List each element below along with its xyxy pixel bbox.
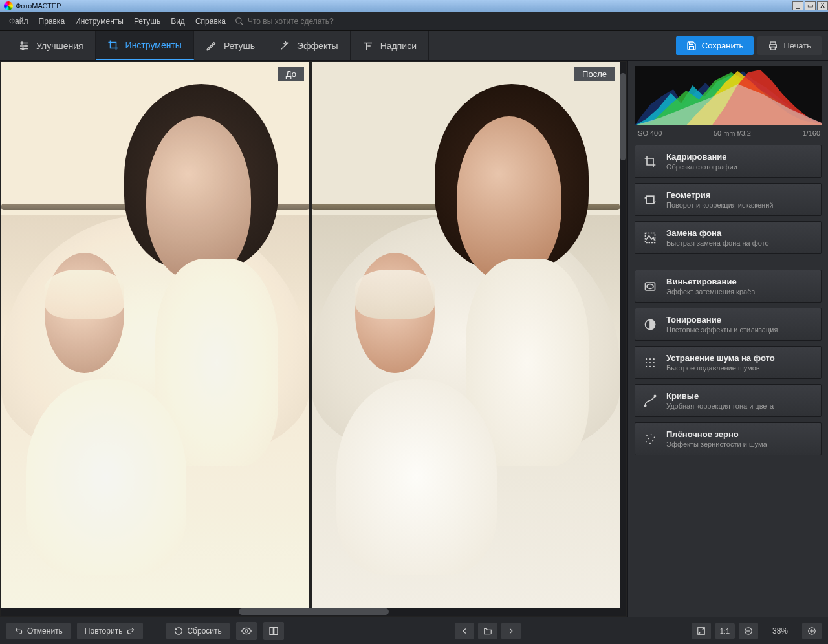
tab-label: Эффекты (297, 41, 338, 51)
tool-grain[interactable]: Плёночное зерноЭффекты зернистости и шум… (635, 422, 822, 455)
redo-button[interactable]: Повторить (77, 623, 144, 639)
svg-point-37 (646, 441, 647, 442)
meta-lens: 50 mm f/3.2 (714, 129, 751, 137)
tab-label: Инструменты (125, 40, 182, 50)
window-maximize-button[interactable]: ▭ (805, 1, 816, 10)
tab-tools[interactable]: Инструменты (96, 31, 194, 60)
open-folder-button[interactable] (478, 623, 497, 639)
menu-file[interactable]: Файл (4, 14, 34, 28)
svg-point-35 (648, 438, 649, 439)
tool-vignette[interactable]: ВиньетированиеЭффект затемнения краёв (635, 270, 822, 303)
menu-edit[interactable]: Правка (34, 14, 71, 28)
tool-title: Тонирование (666, 315, 778, 325)
main-area: До После (0, 61, 828, 617)
plus-icon (807, 627, 816, 636)
tabbar: Улучшения Инструменты Ретушь Эффекты Над… (0, 31, 828, 61)
crop-icon (643, 155, 657, 169)
compare-toggle-button[interactable] (263, 622, 284, 640)
actual-size-label: 1:1 (720, 627, 730, 635)
fit-screen-button[interactable] (692, 623, 711, 639)
compare-icon (268, 626, 279, 636)
undo-icon (14, 627, 23, 636)
svg-point-36 (652, 440, 653, 441)
tool-crop[interactable]: КадрированиеОбрезка фотографии (635, 145, 822, 178)
minus-icon (744, 627, 753, 636)
redo-icon (126, 627, 135, 636)
tab-retouch[interactable]: Ретушь (194, 31, 267, 60)
tool-toning[interactable]: ТонированиеЦветовые эффекты и стилизация (635, 308, 822, 341)
before-pane[interactable]: До (1, 62, 309, 608)
grain-icon (643, 432, 657, 446)
svg-line-1 (241, 22, 243, 25)
tool-title: Плёночное зерно (666, 429, 767, 439)
wand-icon (279, 40, 290, 52)
tool-title: Кадрирование (666, 152, 737, 162)
window-close-button[interactable]: X (817, 1, 828, 10)
menu-view[interactable]: Вид (166, 14, 190, 28)
bottombar: Отменить Повторить Сбросить 1:1 38% (0, 617, 828, 644)
svg-rect-17 (646, 196, 654, 204)
tab-effects[interactable]: Эффекты (267, 31, 351, 60)
svg-point-23 (653, 358, 655, 360)
window-minimize-button[interactable]: _ (792, 1, 803, 10)
after-pane[interactable]: После (312, 62, 620, 608)
toning-icon (643, 317, 657, 332)
svg-point-21 (646, 358, 647, 360)
undo-button[interactable]: Отменить (6, 623, 71, 639)
svg-point-32 (646, 435, 648, 436)
meta-iso: ISO 400 (636, 129, 662, 137)
svg-point-34 (654, 436, 655, 438)
tool-desc: Эффекты зернистости и шума (666, 440, 767, 448)
next-button[interactable] (501, 623, 521, 639)
right-panel: ISO 400 50 mm f/3.2 1/160 КадрированиеОб… (627, 61, 828, 617)
photo-metadata: ISO 400 50 mm f/3.2 1/160 (628, 128, 828, 145)
tool-title: Кривые (666, 391, 774, 401)
crop-icon (107, 39, 119, 51)
sliders-icon (18, 40, 30, 52)
tool-curves[interactable]: КривыеУдобная коррекция тона и цвета (635, 384, 822, 417)
tool-desc: Обрезка фотографии (666, 163, 737, 171)
preview-toggle-button[interactable] (236, 622, 257, 640)
reset-label: Сбросить (187, 627, 221, 636)
canvas-column: До После (0, 61, 627, 617)
tool-title: Виньетирование (666, 277, 755, 286)
save-button[interactable]: Сохранить (676, 36, 754, 55)
search-icon (235, 17, 244, 26)
horizontal-scrollbar[interactable] (1, 608, 626, 616)
tool-denoise[interactable]: Устранение шума на фотоБыстрое подавлени… (635, 346, 822, 379)
svg-point-27 (646, 365, 647, 367)
reset-button[interactable]: Сбросить (166, 623, 229, 639)
zoom-in-button[interactable] (802, 623, 822, 639)
menu-help[interactable]: Справка (190, 14, 231, 28)
svg-point-38 (649, 442, 651, 444)
bg-replace-icon (643, 231, 657, 245)
tool-desc: Быстрая замена фона на фото (666, 239, 769, 247)
menu-retouch[interactable]: Ретушь (129, 14, 166, 28)
tool-bg-replace[interactable]: Замена фонаБыстрая замена фона на фото (635, 221, 822, 254)
chevron-left-icon (460, 627, 469, 636)
save-label: Сохранить (702, 41, 744, 50)
tool-list: КадрированиеОбрезка фотографии Геометрия… (628, 145, 828, 455)
canvas-area: До После (0, 61, 627, 608)
tool-title: Геометрия (666, 190, 773, 200)
tool-desc: Цветовые эффекты и стилизация (666, 326, 778, 334)
titlebar: ФотоМАСТЕР _ ▭ X (0, 0, 828, 12)
tool-geometry[interactable]: ГеометрияПоворот и коррекция искажений (635, 183, 822, 216)
zoom-group: 1:1 38% (692, 623, 822, 639)
menu-tools[interactable]: Инструменты (70, 14, 129, 28)
svg-point-28 (649, 365, 651, 367)
zoom-out-button[interactable] (739, 623, 758, 639)
tab-enhance[interactable]: Улучшения (6, 31, 96, 60)
tool-desc: Поворот и коррекция искажений (666, 201, 773, 209)
tool-title: Устранение шума на фото (666, 353, 775, 363)
search-input[interactable] (248, 17, 403, 26)
meta-shutter: 1/160 (802, 129, 820, 137)
histogram[interactable] (635, 66, 822, 125)
tab-text[interactable]: Надписи (351, 31, 429, 60)
actual-size-button[interactable]: 1:1 (715, 623, 735, 639)
eye-icon (241, 626, 252, 636)
prev-button[interactable] (455, 623, 474, 639)
undo-label: Отменить (27, 627, 63, 636)
print-button[interactable]: Печать (757, 36, 822, 55)
vertical-scrollbar[interactable] (620, 62, 626, 608)
